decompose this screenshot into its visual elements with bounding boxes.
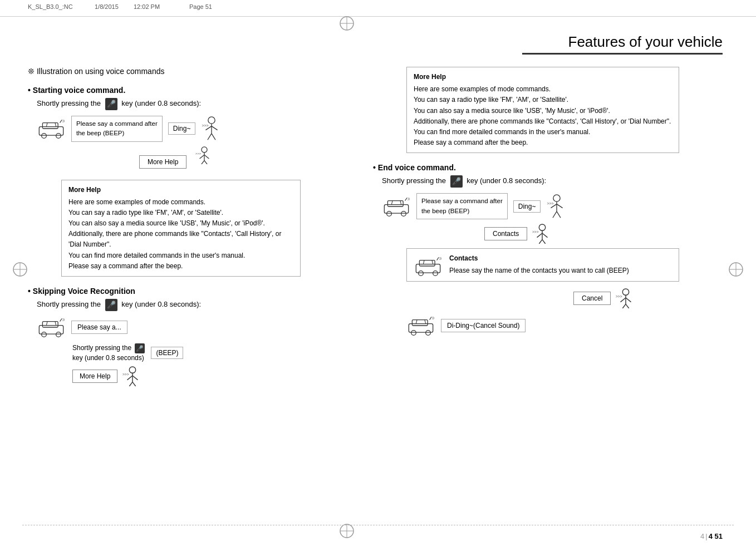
page-title: Features of your vehicle xyxy=(568,33,723,51)
date-meta: 1/8/2015 xyxy=(95,3,119,10)
svg-point-42 xyxy=(130,367,136,373)
svg-text:>>>: >>> xyxy=(616,294,622,298)
svg-line-69 xyxy=(542,239,546,244)
svg-line-47 xyxy=(132,382,136,386)
r-mh-line-2: You can say a radio type like 'FM', 'AM'… xyxy=(414,95,672,105)
header-underline xyxy=(522,53,723,55)
svg-line-81 xyxy=(621,298,626,302)
r-mh-line-4: Additionally, there are phone commands l… xyxy=(414,116,672,127)
svg-line-83 xyxy=(623,304,626,308)
svg-line-32 xyxy=(204,160,207,164)
ding-bubble-2: Ding~ xyxy=(513,200,541,213)
more-help-line-5: You can find more detailed commands in t… xyxy=(68,250,293,261)
svg-point-37 xyxy=(56,332,61,337)
skipping-title: • Skipping Voice Recognition xyxy=(28,287,351,296)
more-help-button-1[interactable]: More Help xyxy=(139,155,186,169)
more-help-line-4: Additionally, there are phone commands l… xyxy=(68,229,293,250)
svg-text:>>>: >>> xyxy=(532,230,539,234)
contacts-box-title: Contacts xyxy=(449,253,629,264)
target-bottom-center xyxy=(339,523,355,540)
svg-text:)): )) xyxy=(439,257,441,260)
svg-line-25 xyxy=(212,134,215,140)
svg-line-18 xyxy=(60,120,62,123)
svg-line-31 xyxy=(202,160,204,164)
svg-line-38 xyxy=(46,322,47,326)
svg-point-20 xyxy=(208,117,215,124)
skipping-diagram-row2: Shortly pressing the 🎤 key (under 0.8 se… xyxy=(72,343,351,386)
contacts-box-text: Please say the name of the contacts you … xyxy=(449,265,629,276)
page-number: 4|4 51 xyxy=(700,532,723,540)
svg-text:>>>: >>> xyxy=(122,372,129,376)
car-icon-5: )) xyxy=(406,315,435,336)
svg-point-89 xyxy=(426,330,431,335)
end-voice-section: • End voice command. Shortly pressing th… xyxy=(373,163,729,336)
svg-point-51 xyxy=(387,211,392,216)
more-help-box-right-top: More Help Here are some examples of mode… xyxy=(406,67,679,153)
bottom-dashed-line xyxy=(22,525,734,525)
car-icon-4: )) xyxy=(414,255,443,277)
svg-text:)): )) xyxy=(62,318,65,321)
svg-point-73 xyxy=(419,270,424,275)
svg-line-91 xyxy=(425,319,426,323)
more-help-button-2[interactable]: More Help xyxy=(72,370,117,383)
starting-subtitle: Shortly pressing the 🎤 key (under 0.8 se… xyxy=(37,98,351,110)
cancel-sound-bubble: Di-Ding~(Cancel Sound) xyxy=(441,319,526,332)
ding-bubble-1: Ding~ xyxy=(168,122,196,135)
time-meta: 12:02 PM xyxy=(134,3,160,10)
end-voice-subtitle: Shortly pressing the 🎤 key (under 0.8 se… xyxy=(382,175,729,188)
person-icon-4: >>> xyxy=(532,224,553,244)
illustration-header: ❊ Illustration on using voice commands xyxy=(28,67,351,76)
svg-line-82 xyxy=(626,298,631,302)
contacts-box-row: )) Contacts Please say the name of the c… xyxy=(406,248,679,282)
more-help-box-left: More Help Here are some examples of mode… xyxy=(61,180,301,277)
cancel-btn-row: Cancel >>> xyxy=(573,288,729,308)
please-say-bubble: Please say a... xyxy=(71,321,127,334)
svg-line-55 xyxy=(405,198,407,200)
svg-text:>>>: >>> xyxy=(195,152,202,155)
svg-line-75 xyxy=(423,260,424,264)
car-icon-3: )) xyxy=(382,196,411,217)
svg-text:)): )) xyxy=(432,316,434,319)
svg-line-39 xyxy=(55,322,56,326)
cancel-sound-row: )) Di-Ding~(Cancel Sound) xyxy=(406,315,729,336)
starting-diagram-row1: )) Please say a command afterthe beep (B… xyxy=(37,116,351,142)
skipping-diagram-row1: )) Please say a... xyxy=(37,317,351,338)
car-icon-1: )) xyxy=(37,118,66,139)
svg-point-57 xyxy=(553,194,560,201)
svg-text:>>>: >>> xyxy=(202,124,209,128)
svg-line-68 xyxy=(539,239,543,244)
r-mh-line-1: Here are some examples of mode commands. xyxy=(414,84,672,95)
beep-bubble: (BEEP) xyxy=(151,347,183,359)
svg-line-61 xyxy=(553,211,557,217)
person-icon-1: >>> xyxy=(201,116,222,141)
mic-icon-2: 🎤 xyxy=(105,299,117,311)
svg-line-40 xyxy=(60,318,62,321)
person-icon-3: >>> xyxy=(546,194,567,219)
svg-line-84 xyxy=(626,304,629,308)
end-diagram-row1: )) Please say a command afterthe beep (B… xyxy=(382,193,729,219)
right-column: More Help Here are some examples of mode… xyxy=(373,67,729,345)
mic-icon-4: 🎤 xyxy=(450,175,463,188)
svg-line-53 xyxy=(391,200,392,204)
right-more-help-title: More Help xyxy=(414,72,672,82)
r-mh-line-6: Please say a command after the beep. xyxy=(414,137,672,148)
svg-line-90 xyxy=(416,319,417,323)
svg-line-77 xyxy=(437,257,439,260)
person-icon-5: >>> xyxy=(615,288,636,308)
svg-line-54 xyxy=(400,200,401,204)
svg-point-52 xyxy=(401,211,406,216)
svg-point-27 xyxy=(202,146,207,152)
left-column: ❊ Illustration on using voice commands •… xyxy=(28,67,351,395)
svg-point-15 xyxy=(56,134,61,139)
contacts-button[interactable]: Contacts xyxy=(484,227,527,240)
svg-text:)): )) xyxy=(408,196,410,200)
svg-point-79 xyxy=(623,289,629,295)
svg-line-45 xyxy=(132,376,138,380)
car-icon-2: )) xyxy=(37,317,66,338)
cancel-button[interactable]: Cancel xyxy=(573,292,611,305)
mic-icon-3: 🎤 xyxy=(135,343,145,353)
svg-point-14 xyxy=(42,134,47,139)
end-speech-bubble: Please say a command afterthe beep (BEEP… xyxy=(416,193,508,219)
more-help-line-1: Here are some examples of mode commands. xyxy=(68,197,293,208)
svg-point-36 xyxy=(42,332,47,337)
